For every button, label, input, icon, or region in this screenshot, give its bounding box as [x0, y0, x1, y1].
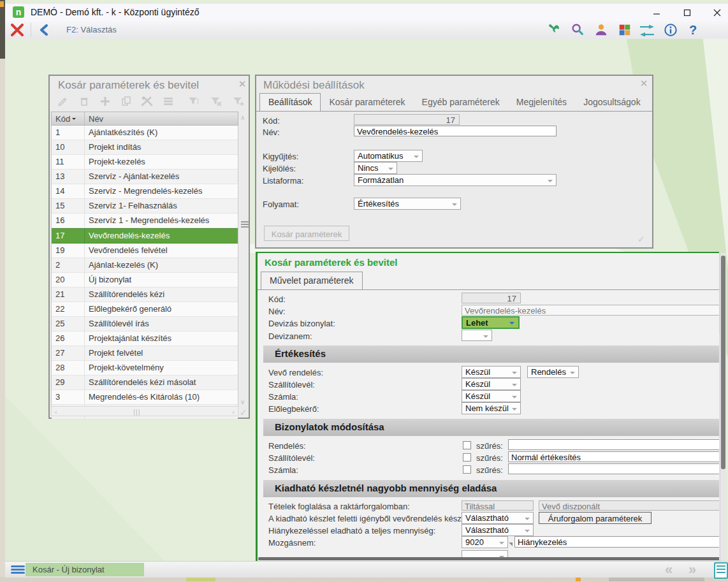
menu-icon[interactable] [161, 95, 175, 108]
maximize-button[interactable] [676, 6, 698, 19]
user-icon[interactable] [593, 22, 609, 38]
scroll-down-icon[interactable]: ∨ [240, 398, 245, 405]
table-row[interactable]: 10Projekt indítás [52, 140, 238, 155]
table-row[interactable]: 25Szállítólevél írás [52, 317, 238, 331]
szallitolevel-dropdown[interactable]: Készül [462, 378, 521, 390]
settings-tabs: BeállításokKosár paraméterekEgyéb paramé… [259, 93, 649, 111]
igeny-dropdown[interactable]: Választható [462, 512, 534, 524]
back-icon[interactable] [36, 22, 52, 38]
scroll-thumb[interactable]: ||| [133, 408, 141, 416]
mozgasnem-label: Mozgásnem: [268, 538, 316, 548]
tab-kosár-paraméterek[interactable]: Kosár paraméterek [321, 94, 413, 111]
delete-icon[interactable] [77, 95, 91, 108]
close-icon[interactable]: ✕ [237, 79, 247, 89]
close-window-button[interactable] [706, 6, 728, 19]
form-list-icon[interactable] [714, 562, 728, 579]
szamla-dropdown[interactable]: Készül [462, 390, 521, 402]
nav-prev-icon[interactable]: « [665, 562, 673, 578]
elolegbekero-dropdown[interactable]: Nem készül [462, 402, 521, 414]
table-row[interactable]: 2Ajánlat-kezelés (K) [52, 258, 238, 273]
table-row[interactable]: 13Szervíz - Ajánlat-kezelés [52, 170, 238, 184]
listaforma-dropdown[interactable]: Formázatlan [354, 174, 557, 186]
kigyujtes-dropdown[interactable]: Automatikus [354, 150, 423, 162]
table-row[interactable]: 14Szervíz - Megrendelés-kezelés [52, 184, 238, 199]
settings-wrench-icon[interactable] [546, 22, 562, 38]
column-header-code[interactable]: Kód [52, 112, 85, 125]
vevo-rendeles-dropdown[interactable]: Készül [462, 366, 521, 378]
filter-add-icon[interactable] [231, 95, 245, 108]
help-icon[interactable]: ? [685, 22, 701, 38]
transfer-icon[interactable] [639, 22, 655, 38]
kijeloles-dropdown[interactable]: Nincs [354, 162, 397, 174]
kosar-parameterek-button[interactable]: Kosár paraméterek [264, 226, 349, 241]
mod-szallitolevel-szures-field[interactable]: Normál értékesítés [508, 451, 719, 462]
status-tab-kosar[interactable]: Kosár - Új bizonylat [25, 563, 144, 576]
foglalas-mod-field: Vevő diszponált [539, 500, 719, 511]
scroll-left-icon[interactable]: ‹ [55, 408, 57, 416]
close-icon[interactable]: ✕ [639, 78, 649, 89]
mod-rendeles-szures-field[interactable] [508, 439, 719, 450]
filter-clear-icon[interactable] [209, 95, 223, 108]
scroll-up-icon[interactable]: ∧ [240, 114, 245, 121]
vevo-rendeles-tipus-dropdown[interactable]: Rendelés [527, 366, 579, 378]
folyamat-dropdown[interactable]: Értékesítés [354, 198, 461, 210]
mod-szamla-checkbox[interactable] [463, 465, 471, 474]
table-row[interactable]: 20Új bizonylat [52, 273, 238, 287]
nev-field[interactable]: Vevőrendelés-kezelés [354, 126, 557, 136]
table-row[interactable]: 16Szervíz 1 - Megrendelés-kezelés [52, 214, 238, 228]
scroll-right-icon[interactable]: › [232, 408, 235, 416]
detail-vertical-scrollbar[interactable] [720, 253, 726, 561]
tab-megjelenítés[interactable]: Megjelenítés [508, 94, 575, 111]
table-row[interactable]: 3Megrendelés-és Kitárolás (10) [52, 390, 238, 405]
nav-next-icon[interactable]: » [688, 562, 696, 578]
add-icon[interactable] [98, 95, 112, 108]
row-code: 14 [52, 184, 85, 198]
table-row[interactable]: 28Projekt-követelmény [52, 361, 238, 375]
detail-horizontal-scrollbar[interactable] [258, 557, 719, 560]
list-filter-toolbar [187, 95, 245, 108]
tab-beállítások[interactable]: Beállítások [259, 93, 321, 111]
mod-szallitolevel-checkbox[interactable] [463, 453, 471, 462]
cancel-icon[interactable] [9, 22, 25, 38]
scrollbar-thumb[interactable] [721, 256, 725, 469]
tab-egyéb-paraméterek[interactable]: Egyéb paraméterek [414, 94, 508, 111]
table-row[interactable]: 29Szállítórendelés kézi másolat [52, 375, 238, 390]
mod-rendeles-checkbox[interactable] [463, 441, 471, 449]
filter-icon[interactable] [187, 95, 201, 108]
menu-icon[interactable] [11, 564, 25, 575]
hianykezeles-dropdown[interactable]: Választható [462, 524, 534, 536]
table-row[interactable]: 19Vevőrendelés felvétel [52, 244, 238, 258]
row-code: 22 [52, 302, 85, 316]
mod-szamla-szures-field[interactable] [508, 463, 719, 474]
table-row[interactable]: 15Szervíz 1- Felhasználás [52, 199, 238, 214]
table-row[interactable]: 11Projekt-kezelés [52, 155, 238, 170]
elolegbekero-label: Előlegbekérő: [268, 404, 319, 414]
minimize-button[interactable] [646, 6, 667, 19]
tab-muvelet-parameterek[interactable]: Művelet paraméterek [261, 272, 363, 289]
table-row[interactable]: 17Vevőrendelés-kezelés [52, 228, 238, 244]
table-row[interactable]: 21Szállítórendelés kézi [52, 287, 238, 302]
copy-icon[interactable] [119, 95, 133, 108]
table-row[interactable]: 1Ajánlatkészítés (K) [52, 126, 238, 140]
row-code: 29 [52, 375, 85, 389]
row-code: 3 [52, 390, 85, 404]
tab-underline [258, 289, 719, 290]
table-row[interactable]: 26Projektajánlat készítés [52, 331, 238, 346]
main-toolbar: F2: Választás [5, 21, 728, 40]
row-drag-grip[interactable] [241, 220, 249, 229]
tab-jogosultságok[interactable]: Jogosultságok [575, 94, 649, 111]
column-header-name[interactable]: Név [85, 112, 238, 125]
mozgasnem-dropdown[interactable]: 9020 [462, 536, 508, 548]
horizontal-scrollbar[interactable]: ‹ ||| › [51, 406, 238, 416]
devizanem-dropdown[interactable] [462, 330, 492, 341]
modules-grid-icon[interactable] [616, 22, 633, 38]
aruforgalom-parameterek-button[interactable]: Áruforgalom paraméterek [539, 512, 652, 524]
devizas-bizonylat-dropdown[interactable]: Lehet [462, 316, 520, 329]
table-row[interactable]: 27Projekt felvétel [52, 346, 238, 361]
row-code: 2 [52, 258, 85, 272]
edit-icon[interactable] [56, 95, 70, 108]
tools-icon[interactable] [140, 95, 154, 108]
info-icon[interactable] [662, 22, 679, 38]
search-icon[interactable] [569, 22, 586, 38]
table-row[interactable]: 22Előlegbekérő generáló [52, 302, 238, 317]
